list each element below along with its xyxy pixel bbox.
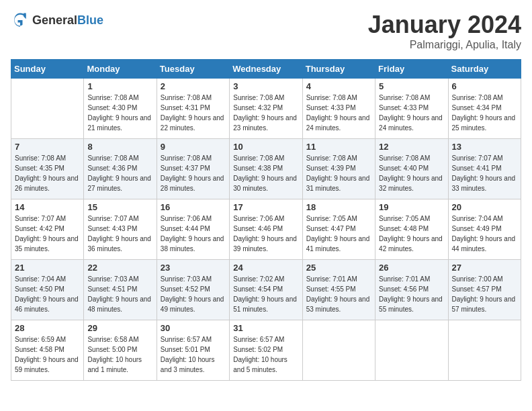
day-number: 4 <box>306 81 371 91</box>
day-info: Sunrise: 7:03 AMSunset: 4:51 PMDaylight:… <box>87 274 152 314</box>
day-number: 16 <box>161 202 226 212</box>
calendar-cell <box>375 320 448 381</box>
day-number: 30 <box>161 323 226 333</box>
calendar-cell: 18Sunrise: 7:05 AMSunset: 4:47 PMDayligh… <box>302 199 375 260</box>
calendar-cell: 13Sunrise: 7:07 AMSunset: 4:41 PMDayligh… <box>448 139 521 199</box>
day-number: 6 <box>452 81 517 91</box>
calendar-cell <box>302 320 375 381</box>
calendar-cell: 29Sunrise: 6:58 AMSunset: 5:00 PMDayligh… <box>84 320 157 381</box>
col-wednesday: Wednesday <box>230 60 302 79</box>
day-info: Sunrise: 6:59 AMSunset: 4:58 PMDaylight:… <box>15 334 80 375</box>
day-info: Sunrise: 7:00 AMSunset: 4:57 PMDaylight:… <box>452 274 517 314</box>
day-number: 8 <box>87 142 152 152</box>
calendar-cell: 27Sunrise: 7:00 AMSunset: 4:57 PMDayligh… <box>448 260 521 320</box>
calendar-cell: 17Sunrise: 7:06 AMSunset: 4:46 PMDayligh… <box>230 199 302 260</box>
day-info: Sunrise: 7:08 AMSunset: 4:40 PMDaylight:… <box>379 153 444 193</box>
day-number: 9 <box>161 142 226 152</box>
day-info: Sunrise: 7:08 AMSunset: 4:35 PMDaylight:… <box>15 153 80 193</box>
page-header: GeneralBlue January 2024 Palmariggi, Apu… <box>11 11 521 51</box>
day-number: 31 <box>233 323 298 333</box>
calendar-cell: 2Sunrise: 7:08 AMSunset: 4:31 PMDaylight… <box>157 79 229 139</box>
day-number: 22 <box>87 263 152 273</box>
day-number: 27 <box>452 263 517 273</box>
day-info: Sunrise: 7:08 AMSunset: 4:38 PMDaylight:… <box>233 153 298 193</box>
calendar-cell: 26Sunrise: 7:01 AMSunset: 4:56 PMDayligh… <box>375 260 448 320</box>
calendar-cell: 12Sunrise: 7:08 AMSunset: 4:40 PMDayligh… <box>375 139 448 199</box>
day-number: 19 <box>379 202 444 212</box>
day-number: 5 <box>379 81 444 91</box>
calendar-week-1: 7Sunrise: 7:08 AMSunset: 4:35 PMDaylight… <box>11 139 521 199</box>
day-info: Sunrise: 7:01 AMSunset: 4:56 PMDaylight:… <box>379 274 444 314</box>
day-number: 15 <box>87 202 152 212</box>
calendar-cell: 11Sunrise: 7:08 AMSunset: 4:39 PMDayligh… <box>302 139 375 199</box>
calendar-cell: 9Sunrise: 7:08 AMSunset: 4:37 PMDaylight… <box>157 139 229 199</box>
month-title: January 2024 <box>368 11 521 39</box>
calendar-cell <box>11 79 84 139</box>
day-number: 24 <box>233 263 298 273</box>
day-info: Sunrise: 7:06 AMSunset: 4:46 PMDaylight:… <box>233 214 298 254</box>
calendar-week-3: 21Sunrise: 7:04 AMSunset: 4:50 PMDayligh… <box>11 260 521 320</box>
calendar-cell: 5Sunrise: 7:08 AMSunset: 4:33 PMDaylight… <box>375 79 448 139</box>
day-number: 23 <box>161 263 226 273</box>
day-info: Sunrise: 7:08 AMSunset: 4:36 PMDaylight:… <box>87 153 152 193</box>
day-number: 10 <box>233 142 298 152</box>
calendar-cell: 6Sunrise: 7:08 AMSunset: 4:34 PMDaylight… <box>448 79 521 139</box>
calendar-week-0: 1Sunrise: 7:08 AMSunset: 4:30 PMDaylight… <box>11 79 521 139</box>
day-info: Sunrise: 7:05 AMSunset: 4:48 PMDaylight:… <box>379 214 444 254</box>
calendar-cell: 19Sunrise: 7:05 AMSunset: 4:48 PMDayligh… <box>375 199 448 260</box>
calendar-cell: 25Sunrise: 7:01 AMSunset: 4:55 PMDayligh… <box>302 260 375 320</box>
day-number: 28 <box>15 323 80 333</box>
calendar-week-2: 14Sunrise: 7:07 AMSunset: 4:42 PMDayligh… <box>11 199 521 260</box>
day-number: 29 <box>87 323 152 333</box>
day-info: Sunrise: 7:08 AMSunset: 4:31 PMDaylight:… <box>161 93 226 133</box>
day-info: Sunrise: 7:07 AMSunset: 4:43 PMDaylight:… <box>87 214 152 254</box>
day-info: Sunrise: 7:08 AMSunset: 4:34 PMDaylight:… <box>452 93 517 133</box>
calendar-cell: 8Sunrise: 7:08 AMSunset: 4:36 PMDaylight… <box>84 139 157 199</box>
day-info: Sunrise: 7:04 AMSunset: 4:50 PMDaylight:… <box>15 274 80 314</box>
col-friday: Friday <box>375 60 448 79</box>
day-info: Sunrise: 7:07 AMSunset: 4:42 PMDaylight:… <box>15 214 80 254</box>
calendar-cell: 3Sunrise: 7:08 AMSunset: 4:32 PMDaylight… <box>230 79 302 139</box>
calendar-cell: 14Sunrise: 7:07 AMSunset: 4:42 PMDayligh… <box>11 199 84 260</box>
col-tuesday: Tuesday <box>157 60 229 79</box>
day-info: Sunrise: 6:57 AMSunset: 5:01 PMDaylight:… <box>161 334 226 375</box>
day-number: 2 <box>161 81 226 91</box>
calendar-cell: 31Sunrise: 6:57 AMSunset: 5:02 PMDayligh… <box>230 320 302 381</box>
day-info: Sunrise: 7:08 AMSunset: 4:37 PMDaylight:… <box>161 153 226 193</box>
col-sunday: Sunday <box>11 60 84 79</box>
day-number: 26 <box>379 263 444 273</box>
col-saturday: Saturday <box>448 60 521 79</box>
day-number: 17 <box>233 202 298 212</box>
calendar-week-4: 28Sunrise: 6:59 AMSunset: 4:58 PMDayligh… <box>11 320 521 381</box>
col-thursday: Thursday <box>302 60 375 79</box>
calendar-cell: 30Sunrise: 6:57 AMSunset: 5:01 PMDayligh… <box>157 320 229 381</box>
logo-blue: Blue <box>77 13 103 27</box>
calendar-cell <box>448 320 521 381</box>
day-info: Sunrise: 7:08 AMSunset: 4:33 PMDaylight:… <box>306 93 371 133</box>
day-info: Sunrise: 6:57 AMSunset: 5:02 PMDaylight:… <box>233 334 298 375</box>
calendar-cell: 24Sunrise: 7:02 AMSunset: 4:54 PMDayligh… <box>230 260 302 320</box>
day-number: 21 <box>15 263 80 273</box>
day-number: 1 <box>87 81 152 91</box>
day-number: 18 <box>306 202 371 212</box>
day-number: 11 <box>306 142 371 152</box>
day-number: 12 <box>379 142 444 152</box>
calendar-cell: 22Sunrise: 7:03 AMSunset: 4:51 PMDayligh… <box>84 260 157 320</box>
calendar-cell: 23Sunrise: 7:03 AMSunset: 4:52 PMDayligh… <box>157 260 229 320</box>
calendar-cell: 10Sunrise: 7:08 AMSunset: 4:38 PMDayligh… <box>230 139 302 199</box>
location-title: Palmariggi, Apulia, Italy <box>368 39 521 51</box>
title-block: January 2024 Palmariggi, Apulia, Italy <box>368 11 521 51</box>
day-info: Sunrise: 7:06 AMSunset: 4:44 PMDaylight:… <box>161 214 226 254</box>
day-number: 20 <box>452 202 517 212</box>
day-info: Sunrise: 7:08 AMSunset: 4:33 PMDaylight:… <box>379 93 444 133</box>
calendar-cell: 28Sunrise: 6:59 AMSunset: 4:58 PMDayligh… <box>11 320 84 381</box>
col-monday: Monday <box>84 60 157 79</box>
logo-text: GeneralBlue <box>32 13 103 28</box>
day-info: Sunrise: 7:04 AMSunset: 4:49 PMDaylight:… <box>452 214 517 254</box>
header-row: Sunday Monday Tuesday Wednesday Thursday… <box>11 60 521 79</box>
day-info: Sunrise: 7:08 AMSunset: 4:32 PMDaylight:… <box>233 93 298 133</box>
day-info: Sunrise: 7:07 AMSunset: 4:41 PMDaylight:… <box>452 153 517 193</box>
day-info: Sunrise: 7:02 AMSunset: 4:54 PMDaylight:… <box>233 274 298 314</box>
day-info: Sunrise: 7:08 AMSunset: 4:39 PMDaylight:… <box>306 153 371 193</box>
day-info: Sunrise: 6:58 AMSunset: 5:00 PMDaylight:… <box>87 334 152 375</box>
